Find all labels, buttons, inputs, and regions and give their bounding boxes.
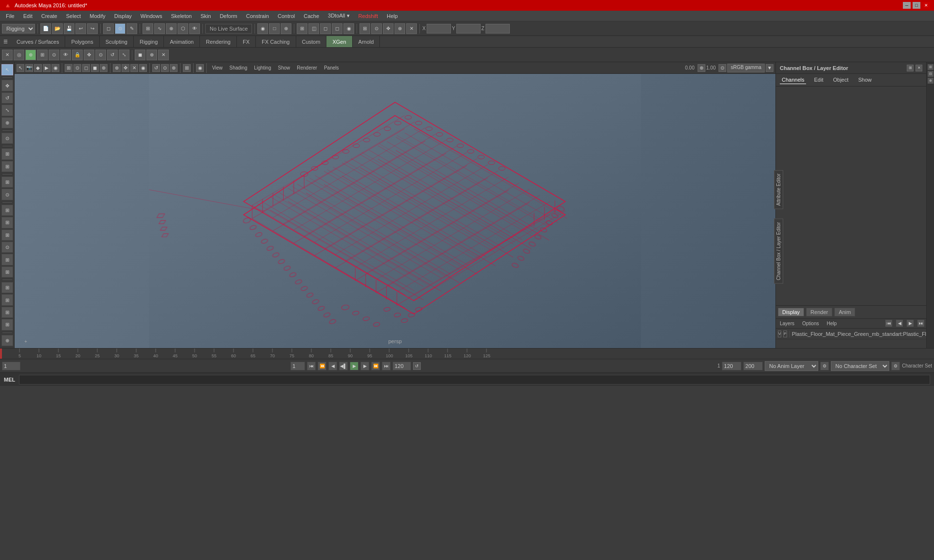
loop-mode-btn[interactable]: ↺ — [413, 362, 421, 370]
vp-gamma-dropdown[interactable]: ▼ — [766, 64, 773, 72]
vp-icon-a[interactable]: ⊕ — [113, 64, 121, 72]
minimize-button[interactable]: ─ — [903, 2, 911, 9]
snap-point-button[interactable]: ⊕ — [166, 23, 177, 34]
channel-tab-edit[interactable]: Edit — [812, 76, 825, 84]
shelf-btn-5[interactable]: ⊙ — [49, 50, 59, 60]
vp-exposure-btn[interactable]: ⊕ — [698, 64, 705, 72]
tool-f[interactable]: ⊞ — [359, 23, 370, 34]
layer-menu-options[interactable]: Options — [800, 320, 821, 327]
vp-shading-2[interactable]: ⊙ — [73, 64, 81, 72]
play-fwd-btn[interactable]: ▶ — [350, 362, 359, 370]
shelf-btn-9[interactable]: ⊙ — [95, 50, 106, 60]
vp-menu-renderer[interactable]: Renderer — [294, 65, 320, 71]
shelf-btn-7[interactable]: 🔒 — [72, 50, 83, 60]
anim-layer-settings[interactable]: ⚙ — [820, 362, 829, 370]
module-tab-curves[interactable]: Curves / Surfaces — [11, 36, 65, 47]
vp-menu-panels[interactable]: Panels — [321, 65, 342, 71]
quick-layout-2[interactable]: ⊞ — [1, 294, 13, 305]
left-btn-d[interactable]: ⊙ — [1, 242, 13, 253]
menu-redshift[interactable]: Redshift — [355, 12, 382, 20]
next-keyframe-btn[interactable]: ▶ — [360, 362, 369, 370]
prev-keyframe-btn[interactable]: ◀ — [328, 362, 337, 370]
title-bar-controls[interactable]: ─ □ ✕ — [903, 2, 930, 9]
tool-a[interactable]: ⊞ — [297, 23, 307, 34]
grid-toggle[interactable]: ⊞ — [1, 176, 13, 188]
vp-icon-g[interactable]: ⊕ — [170, 64, 178, 72]
shelf-btn-1[interactable]: ✕ — [2, 50, 13, 60]
select-tool-button[interactable]: ◻ — [103, 23, 114, 34]
tool-g[interactable]: ⊙ — [371, 23, 382, 34]
tool-d[interactable]: ◻ — [332, 23, 342, 34]
vp-shading-1[interactable]: ⊞ — [65, 64, 72, 72]
menu-create[interactable]: Create — [37, 12, 61, 20]
module-tab-arnold[interactable]: Arnold — [353, 36, 380, 47]
menu-windows[interactable]: Windows — [137, 12, 166, 20]
vp-shading-4[interactable]: ◼ — [91, 64, 99, 72]
layer-tab-display[interactable]: Display — [778, 308, 804, 316]
vp-anim[interactable]: ▶ — [43, 64, 51, 72]
menu-select[interactable]: Select — [62, 12, 85, 20]
vp-menu-lighting[interactable]: Lighting — [251, 65, 274, 71]
layer-nav-last[interactable]: ⏭ — [917, 320, 924, 327]
quick-layout-1[interactable]: ⊞ — [1, 282, 13, 293]
vp-render[interactable]: ◉ — [52, 64, 59, 72]
redo-button[interactable]: ↪ — [87, 23, 98, 34]
vp-cam[interactable]: 📷 — [25, 64, 33, 72]
layer-visibility-btn[interactable]: V — [778, 331, 781, 337]
render-btn-3[interactable]: ⊕ — [281, 23, 291, 34]
transform-tool-left[interactable]: ⊕ — [1, 117, 13, 128]
shelf-btn-10[interactable]: ↺ — [107, 50, 118, 60]
close-button[interactable]: ✕ — [922, 2, 930, 9]
vp-icon-d[interactable]: ◉ — [139, 64, 147, 72]
attribute-editor-tab[interactable]: Attribute Editor — [774, 170, 783, 209]
step-fwd-btn[interactable]: ⏩ — [371, 362, 380, 370]
anim-layer-dropdown[interactable]: No Anim Layer — [765, 361, 818, 371]
tool-e[interactable]: ◉ — [343, 23, 354, 34]
snap-grid-button[interactable]: ⊞ — [143, 23, 153, 34]
channel-tab-channels[interactable]: Channels — [780, 76, 806, 84]
edge-btn-1[interactable]: ⊞ — [928, 64, 934, 70]
vp-gamma-select[interactable]: sRGB gamma — [727, 64, 765, 72]
layer-nav-first[interactable]: ⏮ — [885, 320, 892, 327]
open-scene-button[interactable]: 📂 — [52, 23, 63, 34]
menu-skin[interactable]: Skin — [197, 12, 215, 20]
shelf-btn-2[interactable]: ◎ — [14, 50, 24, 60]
soft-mod-tool[interactable]: ⊙ — [1, 133, 13, 144]
character-set-dropdown[interactable]: No Character Set — [831, 361, 889, 371]
lasso-tool-button[interactable]: ⊙ — [115, 23, 126, 34]
menu-edit[interactable]: Edit — [19, 12, 36, 20]
menu-3dtoall[interactable]: 3DtoAll ▾ — [324, 12, 354, 20]
vp-shading-5[interactable]: ⊕ — [100, 64, 108, 72]
timeline-ruler[interactable]: 5 10 15 20 25 30 35 40 45 50 55 60 65 — [0, 348, 934, 359]
render-btn-2[interactable]: □ — [269, 23, 280, 34]
script-input[interactable] — [19, 375, 930, 385]
maximize-button[interactable]: □ — [913, 2, 920, 9]
play-back-btn[interactable]: ◀▌ — [339, 362, 348, 370]
shelf-btn-11[interactable]: ⤡ — [119, 50, 129, 60]
module-tab-fxcaching[interactable]: FX Caching — [256, 36, 296, 47]
display-mode[interactable]: ⊙ — [1, 189, 13, 200]
channel-tab-object[interactable]: Object — [831, 76, 850, 84]
char-set-settings[interactable]: ⚙ — [891, 362, 900, 370]
module-tab-rigging[interactable]: Rigging — [134, 36, 164, 47]
workspace-dropdown[interactable]: Rigging — [2, 24, 35, 34]
layer-item-plastic[interactable]: V P Plastic_Floor_Mat_Piece_Green_mb_sta… — [776, 329, 926, 339]
paint-tool-button[interactable]: ✎ — [126, 23, 137, 34]
shelf-btn-14[interactable]: ✕ — [158, 50, 169, 60]
snap-together[interactable]: ⊞ — [1, 161, 13, 172]
tool-c[interactable]: ◻ — [320, 23, 331, 34]
vp-gamma-btn[interactable]: ⊙ — [718, 64, 726, 72]
new-scene-button[interactable]: 📄 — [40, 23, 51, 34]
layer-nav-prev[interactable]: ◀ — [896, 320, 903, 327]
undo-button[interactable]: ↩ — [75, 23, 86, 34]
scale-tool-left[interactable]: ⤡ — [1, 105, 13, 116]
layer-tab-anim[interactable]: Anim — [834, 308, 855, 316]
menu-modify[interactable]: Modify — [86, 12, 109, 20]
left-btn-e[interactable]: ⊞ — [1, 254, 13, 265]
end-frame-field[interactable] — [743, 362, 763, 370]
vp-key[interactable]: ◆ — [34, 64, 42, 72]
menu-control[interactable]: Control — [274, 12, 299, 20]
edge-btn-2[interactable]: ⊟ — [928, 71, 934, 77]
vp-icon-b[interactable]: ✥ — [122, 64, 129, 72]
rotate-tool-left[interactable]: ↺ — [1, 92, 13, 104]
